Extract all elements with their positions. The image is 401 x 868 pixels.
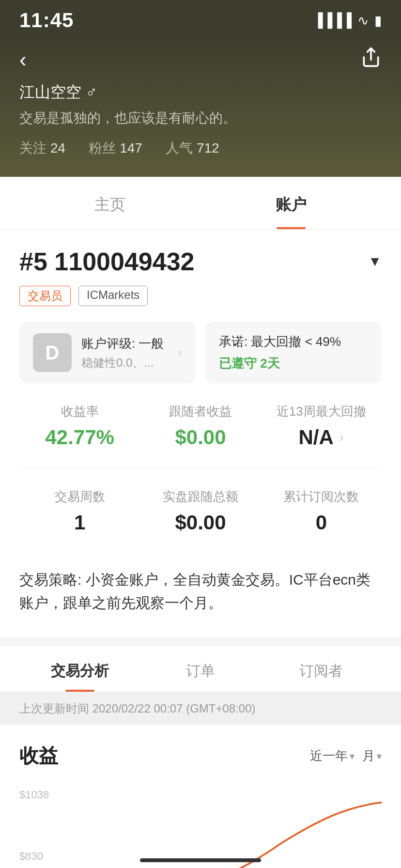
- account-id-row: #5 1100049432 ▼: [19, 247, 382, 276]
- account-id: #5 1100049432: [19, 247, 195, 276]
- rating-cards: D 账户评级: 一般 稳健性0.0、... › 承诺: 最大回撤 < 49% 已…: [19, 322, 382, 384]
- live-copy-label: 实盘跟随总额: [140, 488, 261, 505]
- status-time: 11:45: [19, 9, 74, 32]
- rating-badge: D: [33, 333, 72, 372]
- popularity-stat: 人气712: [166, 139, 219, 157]
- popularity-label: 人气: [166, 140, 193, 155]
- promise-days-count: 2天: [260, 356, 279, 371]
- y-label-high: $1038: [19, 789, 49, 801]
- update-time-text: 上次更新时间 2020/02/22 00:07 (GMT+08:00): [19, 702, 256, 715]
- follow-count: 24: [50, 140, 65, 155]
- filter-month-button[interactable]: 月 ▾: [362, 747, 382, 764]
- fans-label: 粉丝: [89, 140, 116, 155]
- stat-live-copy-total: 实盘跟随总额 $0.00: [140, 488, 261, 534]
- rating-title: 账户评级: 一般: [81, 335, 169, 352]
- chart-svg: [58, 789, 382, 868]
- follow-label: 关注: [19, 140, 46, 155]
- battery-icon: ▮: [374, 13, 382, 29]
- subscription-value: 0: [261, 511, 382, 534]
- header-top-row: ‹: [19, 46, 382, 72]
- sub-tabs: 交易分析 订单 订阅者: [0, 647, 401, 692]
- trade-weeks-value: 1: [19, 511, 140, 534]
- max-drawdown-value: N/A: [298, 426, 333, 449]
- profile-name: 江山空空 ♂: [19, 82, 382, 103]
- y-label-mid: $830: [19, 850, 49, 863]
- fans-count: 147: [120, 140, 142, 155]
- chevron-down-icon-2: ▾: [377, 750, 382, 762]
- share-button[interactable]: [360, 46, 382, 72]
- broker-tag: ICMarkets: [78, 286, 148, 306]
- stat-return-rate: 收益率 42.77%: [19, 403, 140, 449]
- profile-motto: 交易是孤独的，也应该是有耐心的。: [19, 109, 382, 127]
- trade-weeks-label: 交易周数: [19, 488, 140, 505]
- promise-card: 承诺: 最大回撤 < 49% 已遵守 2天: [205, 322, 382, 384]
- filter-year-button[interactable]: 近一年 ▾: [310, 747, 355, 764]
- return-rate-value: 42.77%: [19, 426, 140, 449]
- strategy-label: 交易策略:: [19, 572, 81, 588]
- signal-icon: ▐▐▐▐: [313, 13, 352, 28]
- status-bar: 11:45 ▐▐▐▐ ∿ ▮: [0, 0, 401, 37]
- sub-tab-subscribers[interactable]: 订阅者: [261, 647, 382, 692]
- tab-home[interactable]: 主页: [19, 177, 200, 229]
- profile-header: ‹ 江山空空 ♂ 交易是孤独的，也应该是有耐心的。 关注24 粉丝147 人气7…: [0, 37, 401, 177]
- sub-tab-orders[interactable]: 订单: [140, 647, 261, 692]
- max-drawdown-label: 近13周最大回撤: [277, 403, 366, 420]
- stat-trade-weeks: 交易周数 1: [19, 488, 140, 534]
- return-rate-label: 收益率: [19, 403, 140, 420]
- promise-title: 承诺: 最大回撤 < 49%: [219, 333, 368, 350]
- stats-row-1: 收益率 42.77% 跟随者收益 $0.00 近13周最大回撤 N/A ›: [19, 403, 382, 469]
- update-bar: 上次更新时间 2020/02/22 00:07 (GMT+08:00): [0, 692, 401, 725]
- chart-y-labels: $1038 $830 $600: [19, 789, 49, 868]
- chevron-down-icon: ▾: [350, 750, 355, 762]
- back-button[interactable]: ‹: [19, 49, 27, 70]
- home-indicator: [140, 858, 261, 862]
- rating-arrow-icon: ›: [178, 346, 182, 359]
- chart-title: 收益: [19, 743, 58, 769]
- account-tags: 交易员 ICMarkets: [19, 286, 382, 306]
- chart-header: 收益 近一年 ▾ 月 ▾: [19, 743, 382, 769]
- popularity-count: 712: [197, 140, 219, 155]
- account-rating-card[interactable]: D 账户评级: 一般 稳健性0.0、... ›: [19, 322, 196, 384]
- live-copy-value: $0.00: [140, 511, 261, 534]
- profile-stats: 关注24 粉丝147 人气712: [19, 139, 382, 157]
- stat-subscription-count: 累计订阅次数 0: [261, 488, 382, 534]
- follower-profit-value: $0.00: [140, 426, 261, 449]
- chart-filters: 近一年 ▾ 月 ▾: [310, 747, 382, 764]
- stat-max-drawdown: 近13周最大回撤 N/A ›: [261, 403, 382, 449]
- rating-info: 账户评级: 一般 稳健性0.0、...: [81, 335, 169, 371]
- chart-area: $1038 $830 $600: [19, 789, 382, 868]
- main-tabs: 主页 账户: [0, 177, 401, 230]
- sub-tab-analysis[interactable]: 交易分析: [19, 647, 140, 692]
- follower-profit-label: 跟随者收益: [140, 403, 261, 420]
- stat-follower-profit: 跟随者收益 $0.00: [140, 403, 261, 449]
- promise-days: 已遵守 2天: [219, 355, 368, 372]
- follow-stat: 关注24: [19, 139, 65, 157]
- dropdown-arrow-icon[interactable]: ▼: [368, 254, 382, 269]
- chart-section: 收益 近一年 ▾ 月 ▾ $1038 $830 $600: [0, 725, 401, 868]
- tab-account[interactable]: 账户: [200, 177, 382, 229]
- rating-subtitle: 稳健性0.0、...: [81, 355, 169, 371]
- subscription-label: 累计订阅次数: [261, 488, 382, 505]
- wifi-icon: ∿: [357, 13, 369, 29]
- fans-stat: 粉丝147: [89, 139, 142, 157]
- stats-row-2: 交易周数 1 实盘跟随总额 $0.00 累计订阅次数 0: [19, 488, 382, 554]
- trader-tag: 交易员: [19, 286, 71, 306]
- drawdown-arrow-icon[interactable]: ›: [339, 430, 344, 445]
- account-section: #5 1100049432 ▼ 交易员 ICMarkets D 账户评级: 一般…: [0, 230, 401, 637]
- status-icons: ▐▐▐▐ ∿ ▮: [313, 13, 382, 29]
- strategy-text: 交易策略: 小资金账户，全自动黄金交易。IC平台ecn类账户，跟单之前先观察一个…: [19, 568, 382, 620]
